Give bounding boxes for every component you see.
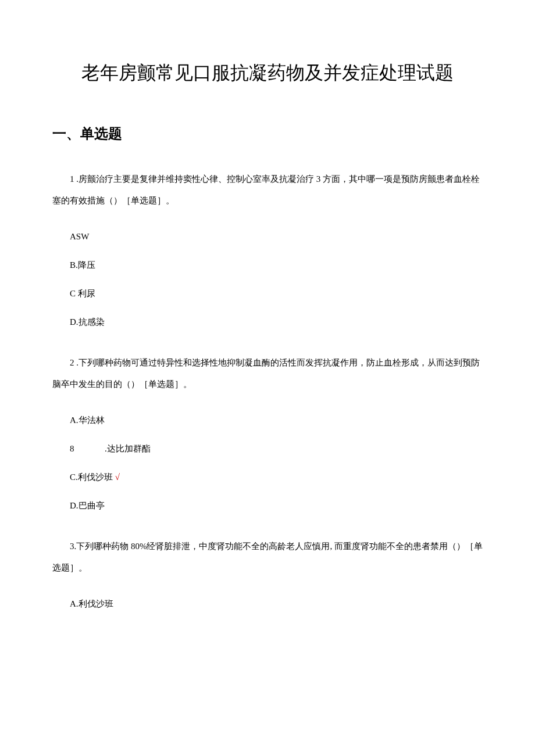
question-text: 3.下列哪种药物 80%经肾脏排泄，中度肾功能不全的高龄老人应慎用, 而重度肾功…	[52, 536, 483, 579]
option-item: C 利尿	[52, 286, 483, 300]
option-label: C.利伐沙班	[70, 472, 113, 482]
question-block: 3.下列哪种药物 80%经肾脏排泄，中度肾功能不全的高龄老人应慎用, 而重度肾功…	[52, 536, 483, 611]
option-item: 8.达比加群酯	[52, 442, 483, 456]
option-item: C.利伐沙班√	[52, 470, 483, 484]
section-header: 一、单选题	[52, 123, 483, 145]
check-mark-icon: √	[115, 472, 120, 482]
question-block: 2 .下列哪种药物可通过特异性和选择性地抑制凝血酶的活性而发挥抗凝作用，防止血栓…	[52, 352, 483, 513]
option-item: D.巴曲亭	[52, 499, 483, 513]
page-title: 老年房颤常见口服抗凝药物及并发症处理试题	[52, 58, 483, 88]
option-item: A.华法林	[52, 413, 483, 427]
option-item: D.抗感染	[52, 315, 483, 329]
question-text: 1 .房颤治疗主要是复律并维持窦性心律、控制心室率及抗凝治疗 3 方面，其中哪一…	[52, 169, 483, 212]
question-block: 1 .房颤治疗主要是复律并维持窦性心律、控制心室率及抗凝治疗 3 方面，其中哪一…	[52, 169, 483, 329]
option-item: ASW	[52, 230, 483, 243]
option-text: .达比加群酯	[105, 444, 151, 453]
option-item: A.利伐沙班	[52, 597, 483, 611]
option-number: 8	[70, 442, 105, 456]
question-text: 2 .下列哪种药物可通过特异性和选择性地抑制凝血酶的活性而发挥抗凝作用，防止血栓…	[52, 352, 483, 396]
option-item: B.降压	[52, 258, 483, 272]
